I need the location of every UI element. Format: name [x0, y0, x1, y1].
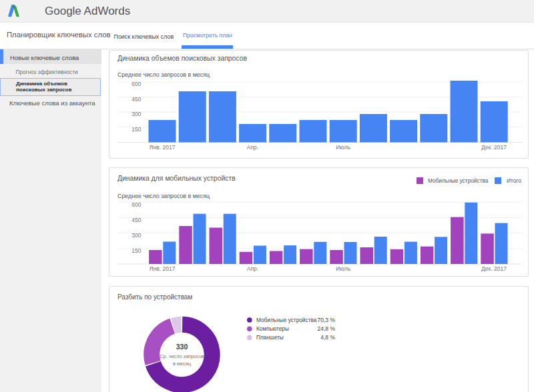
svg-text:Динамика для мобильных устройс: Динамика для мобильных устройств: [117, 175, 236, 182]
svg-text:330: 330: [176, 343, 188, 351]
svg-text:Июль: Июль: [336, 265, 350, 272]
svg-text:Янв. 2017: Янв. 2017: [150, 144, 176, 151]
svg-text:Среднее число запросов в месяц: Среднее число запросов в месяц: [117, 71, 210, 78]
svg-text:Апр.: Апр.: [247, 265, 258, 272]
svg-text:Дек. 2017: Дек. 2017: [481, 265, 507, 272]
svg-text:Дек. 2017: Дек. 2017: [481, 144, 507, 151]
svg-text:24,8 %: 24,8 %: [318, 325, 336, 332]
svg-text:Ср. число запросов: Ср. число запросов: [160, 353, 204, 359]
svg-text:150: 150: [131, 126, 141, 133]
svg-text:450: 450: [131, 217, 141, 223]
svg-text:70,3 %: 70,3 %: [318, 317, 336, 323]
svg-text:300: 300: [131, 232, 141, 239]
svg-text:Среднее число запросов в месяц: Среднее число запросов в месяц: [117, 193, 210, 199]
svg-text:Динамика объемов поисковых зап: Динамика объемов поисковых запросов: [117, 55, 247, 62]
svg-text:4,8 %: 4,8 %: [320, 334, 335, 341]
svg-text:в месяц: в месяц: [173, 361, 192, 367]
svg-text:Янв. 2017: Янв. 2017: [150, 265, 176, 272]
svg-text:300: 300: [131, 111, 141, 117]
svg-text:450: 450: [131, 96, 141, 103]
svg-text:Мобильные устройства: Мобильные устройства: [428, 177, 489, 184]
svg-text:Компьютеры: Компьютеры: [256, 325, 289, 332]
svg-text:Мобильные устройства: Мобильные устройства: [256, 317, 317, 323]
svg-text:Июль: Июль: [336, 144, 350, 151]
svg-text:Итого: Итого: [507, 177, 521, 184]
svg-text:Разбить по устройствам: Разбить по устройствам: [117, 293, 192, 301]
svg-text:Планшеты: Планшеты: [256, 334, 284, 341]
svg-text:150: 150: [131, 247, 141, 254]
svg-text:600: 600: [131, 81, 141, 87]
svg-text:Апр.: Апр.: [247, 144, 258, 151]
svg-text:600: 600: [131, 201, 141, 208]
